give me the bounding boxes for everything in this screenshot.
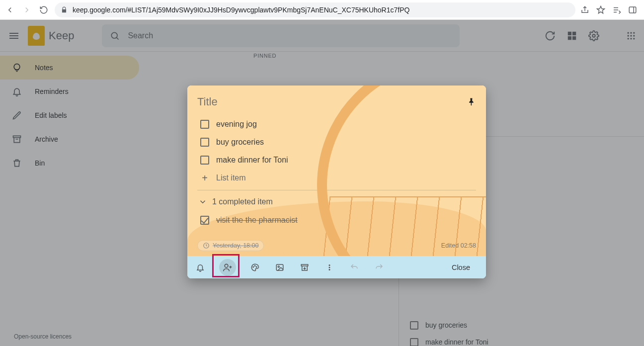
- lock-icon: [61, 6, 68, 13]
- add-image-button[interactable]: [274, 261, 286, 273]
- svg-point-26: [329, 266, 330, 268]
- chrome-right-icons: [580, 5, 640, 14]
- address-url: keep.google.com/#LIST/1Aj59MdvSWy9I0xJJ9…: [73, 6, 409, 14]
- nav-reload-button[interactable]: [38, 4, 50, 16]
- svg-point-18: [225, 264, 228, 267]
- star-icon[interactable]: [596, 5, 605, 14]
- svg-point-25: [329, 264, 330, 266]
- checkbox-icon[interactable]: [200, 138, 209, 147]
- redo-button[interactable]: [373, 261, 385, 273]
- svg-point-20: [254, 265, 255, 266]
- remind-me-button[interactable]: [194, 261, 206, 273]
- note-editor-modal: evening jog buy groceries make dinner fo…: [187, 86, 486, 278]
- browser-chrome: keep.google.com/#LIST/1Aj59MdvSWy9I0xJJ9…: [0, 0, 644, 20]
- list-item[interactable]: visit the the pharmacist: [197, 211, 476, 229]
- clock-icon: [203, 242, 210, 249]
- completed-toggle[interactable]: 1 completed item: [197, 192, 476, 211]
- close-button[interactable]: Close: [443, 260, 479, 275]
- add-list-item[interactable]: +List item: [197, 169, 476, 187]
- address-bar[interactable]: keep.google.com/#LIST/1Aj59MdvSWy9I0xJJ9…: [55, 2, 575, 17]
- nav-forward-button[interactable]: [21, 4, 33, 16]
- checkbox-checked-icon[interactable]: [200, 216, 209, 225]
- svg-rect-0: [629, 7, 636, 13]
- svg-rect-22: [276, 264, 283, 270]
- media-icon[interactable]: [612, 5, 621, 14]
- plus-icon: +: [200, 173, 209, 182]
- checkbox-icon[interactable]: [200, 156, 209, 165]
- undo-button[interactable]: [348, 261, 360, 273]
- collaborator-button[interactable]: [219, 259, 236, 276]
- svg-point-23: [278, 266, 279, 267]
- list-item[interactable]: make dinner for Toni: [197, 151, 476, 169]
- panel-icon[interactable]: [628, 5, 637, 14]
- svg-rect-24: [301, 264, 308, 266]
- list-item[interactable]: buy groceries: [197, 133, 476, 151]
- background-options-button[interactable]: [249, 261, 261, 273]
- app-root: Keep Search Notes Reminders: [0, 20, 644, 346]
- note-title-input[interactable]: [197, 95, 420, 108]
- pin-button[interactable]: [466, 97, 476, 107]
- list-item[interactable]: evening jog: [197, 115, 476, 133]
- note-toolbar: Close: [187, 256, 486, 278]
- svg-point-27: [329, 269, 330, 270]
- svg-point-19: [253, 266, 254, 267]
- archive-button[interactable]: [299, 261, 311, 273]
- share-icon[interactable]: [580, 5, 589, 14]
- svg-point-21: [256, 266, 257, 267]
- chevron-down-icon: [198, 197, 207, 206]
- nav-back-button[interactable]: [4, 4, 16, 16]
- reminder-chip[interactable]: Yesterday, 18:00: [197, 240, 264, 251]
- edited-label: Edited 02:58: [441, 242, 476, 249]
- more-button[interactable]: [323, 261, 335, 273]
- checkbox-icon[interactable]: [200, 120, 209, 129]
